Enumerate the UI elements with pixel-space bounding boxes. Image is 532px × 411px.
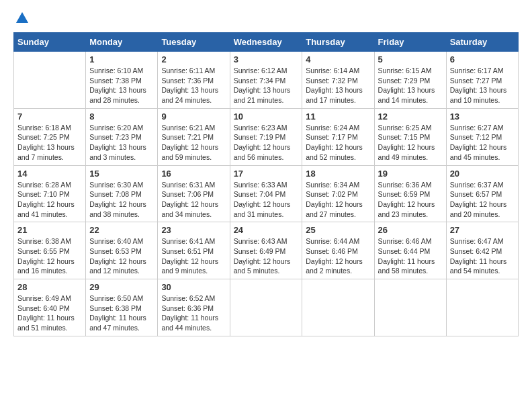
calendar-day-cell: 15Sunrise: 6:30 AM Sunset: 7:08 PM Dayli… bbox=[86, 165, 158, 222]
weekday-header: Thursday bbox=[302, 33, 374, 52]
day-info: Sunrise: 6:25 AM Sunset: 7:15 PM Dayligh… bbox=[378, 123, 443, 163]
day-number: 19 bbox=[378, 169, 443, 179]
day-info: Sunrise: 6:11 AM Sunset: 7:36 PM Dayligh… bbox=[161, 66, 226, 105]
day-info: Sunrise: 6:17 AM Sunset: 7:27 PM Dayligh… bbox=[450, 66, 515, 105]
calendar-day-cell: 10Sunrise: 6:23 AM Sunset: 7:19 PM Dayli… bbox=[230, 108, 302, 165]
calendar-day-cell: 19Sunrise: 6:36 AM Sunset: 6:59 PM Dayli… bbox=[374, 165, 446, 222]
day-number: 14 bbox=[17, 169, 82, 179]
calendar-day-cell: 25Sunrise: 6:44 AM Sunset: 6:46 PM Dayli… bbox=[302, 222, 374, 279]
day-info: Sunrise: 6:43 AM Sunset: 6:49 PM Dayligh… bbox=[234, 236, 299, 276]
day-number: 11 bbox=[306, 111, 370, 122]
calendar-day-cell: 13Sunrise: 6:27 AM Sunset: 7:12 PM Dayli… bbox=[446, 108, 518, 165]
calendar-day-cell: 6Sunrise: 6:17 AM Sunset: 7:27 PM Daylig… bbox=[446, 52, 518, 109]
calendar-week-row: 14Sunrise: 6:28 AM Sunset: 7:10 PM Dayli… bbox=[14, 165, 519, 222]
calendar-day-cell: 14Sunrise: 6:28 AM Sunset: 7:10 PM Dayli… bbox=[14, 165, 86, 222]
day-number: 20 bbox=[450, 169, 515, 179]
day-info: Sunrise: 6:44 AM Sunset: 6:46 PM Dayligh… bbox=[306, 236, 370, 276]
day-number: 16 bbox=[161, 169, 226, 179]
calendar-week-row: 28Sunrise: 6:49 AM Sunset: 6:40 PM Dayli… bbox=[14, 279, 519, 336]
day-info: Sunrise: 6:20 AM Sunset: 7:23 PM Dayligh… bbox=[89, 123, 154, 163]
calendar-day-cell: 29Sunrise: 6:50 AM Sunset: 6:38 PM Dayli… bbox=[86, 279, 158, 336]
logo-icon bbox=[15, 11, 30, 26]
day-number: 4 bbox=[306, 54, 370, 64]
day-info: Sunrise: 6:33 AM Sunset: 7:04 PM Dayligh… bbox=[234, 180, 299, 220]
page-header bbox=[13, 13, 519, 26]
day-number: 26 bbox=[378, 225, 443, 235]
day-info: Sunrise: 6:46 AM Sunset: 6:44 PM Dayligh… bbox=[378, 236, 443, 276]
day-number: 18 bbox=[306, 169, 370, 179]
calendar-table: SundayMondayTuesdayWednesdayThursdayFrid… bbox=[13, 32, 519, 336]
calendar-day-cell: 16Sunrise: 6:31 AM Sunset: 7:06 PM Dayli… bbox=[158, 165, 230, 222]
calendar-day-cell: 7Sunrise: 6:18 AM Sunset: 7:25 PM Daylig… bbox=[14, 108, 86, 165]
day-number: 2 bbox=[161, 54, 226, 64]
day-info: Sunrise: 6:24 AM Sunset: 7:17 PM Dayligh… bbox=[306, 123, 370, 163]
day-info: Sunrise: 6:21 AM Sunset: 7:21 PM Dayligh… bbox=[161, 123, 226, 163]
day-number: 15 bbox=[89, 169, 154, 179]
calendar-day-cell: 22Sunrise: 6:40 AM Sunset: 6:53 PM Dayli… bbox=[86, 222, 158, 279]
day-info: Sunrise: 6:38 AM Sunset: 6:55 PM Dayligh… bbox=[17, 236, 82, 276]
day-info: Sunrise: 6:18 AM Sunset: 7:25 PM Dayligh… bbox=[17, 123, 82, 163]
day-number: 5 bbox=[378, 54, 443, 64]
day-number: 3 bbox=[234, 54, 299, 64]
day-number: 23 bbox=[161, 225, 226, 235]
day-info: Sunrise: 6:14 AM Sunset: 7:32 PM Dayligh… bbox=[306, 66, 370, 105]
calendar-header-row: SundayMondayTuesdayWednesdayThursdayFrid… bbox=[14, 33, 519, 52]
day-info: Sunrise: 6:23 AM Sunset: 7:19 PM Dayligh… bbox=[234, 123, 299, 163]
calendar-day-cell bbox=[446, 279, 518, 336]
calendar-week-row: 21Sunrise: 6:38 AM Sunset: 6:55 PM Dayli… bbox=[14, 222, 519, 279]
svg-marker-0 bbox=[16, 12, 28, 23]
day-info: Sunrise: 6:28 AM Sunset: 7:10 PM Dayligh… bbox=[17, 180, 82, 220]
calendar-day-cell: 11Sunrise: 6:24 AM Sunset: 7:17 PM Dayli… bbox=[302, 108, 374, 165]
calendar-day-cell: 27Sunrise: 6:47 AM Sunset: 6:42 PM Dayli… bbox=[446, 222, 518, 279]
calendar-day-cell bbox=[302, 279, 374, 336]
day-info: Sunrise: 6:40 AM Sunset: 6:53 PM Dayligh… bbox=[89, 236, 154, 276]
day-info: Sunrise: 6:34 AM Sunset: 7:02 PM Dayligh… bbox=[306, 180, 370, 220]
day-info: Sunrise: 6:49 AM Sunset: 6:40 PM Dayligh… bbox=[17, 293, 82, 333]
day-number: 7 bbox=[17, 111, 82, 122]
day-number: 30 bbox=[161, 282, 226, 292]
day-number: 25 bbox=[306, 225, 370, 235]
day-number: 6 bbox=[450, 54, 515, 64]
calendar-day-cell: 21Sunrise: 6:38 AM Sunset: 6:55 PM Dayli… bbox=[14, 222, 86, 279]
day-info: Sunrise: 6:37 AM Sunset: 6:57 PM Dayligh… bbox=[450, 180, 515, 220]
calendar-day-cell bbox=[230, 279, 302, 336]
calendar-week-row: 7Sunrise: 6:18 AM Sunset: 7:25 PM Daylig… bbox=[14, 108, 519, 165]
calendar-day-cell: 24Sunrise: 6:43 AM Sunset: 6:49 PM Dayli… bbox=[230, 222, 302, 279]
calendar-day-cell: 26Sunrise: 6:46 AM Sunset: 6:44 PM Dayli… bbox=[374, 222, 446, 279]
calendar-day-cell: 12Sunrise: 6:25 AM Sunset: 7:15 PM Dayli… bbox=[374, 108, 446, 165]
day-info: Sunrise: 6:15 AM Sunset: 7:29 PM Dayligh… bbox=[378, 66, 443, 105]
day-number: 1 bbox=[89, 54, 154, 64]
day-info: Sunrise: 6:12 AM Sunset: 7:34 PM Dayligh… bbox=[234, 66, 299, 105]
day-info: Sunrise: 6:30 AM Sunset: 7:08 PM Dayligh… bbox=[89, 180, 154, 220]
day-number: 10 bbox=[234, 111, 299, 122]
weekday-header: Tuesday bbox=[158, 33, 230, 52]
day-number: 29 bbox=[89, 282, 154, 292]
day-number: 21 bbox=[17, 225, 82, 235]
calendar-day-cell: 3Sunrise: 6:12 AM Sunset: 7:34 PM Daylig… bbox=[230, 52, 302, 109]
calendar-day-cell: 20Sunrise: 6:37 AM Sunset: 6:57 PM Dayli… bbox=[446, 165, 518, 222]
weekday-header: Saturday bbox=[446, 33, 518, 52]
weekday-header: Monday bbox=[86, 33, 158, 52]
calendar-day-cell: 1Sunrise: 6:10 AM Sunset: 7:38 PM Daylig… bbox=[86, 52, 158, 109]
calendar-day-cell: 5Sunrise: 6:15 AM Sunset: 7:29 PM Daylig… bbox=[374, 52, 446, 109]
day-info: Sunrise: 6:41 AM Sunset: 6:51 PM Dayligh… bbox=[161, 236, 226, 276]
calendar-day-cell: 8Sunrise: 6:20 AM Sunset: 7:23 PM Daylig… bbox=[86, 108, 158, 165]
day-info: Sunrise: 6:10 AM Sunset: 7:38 PM Dayligh… bbox=[89, 66, 154, 105]
calendar-day-cell: 4Sunrise: 6:14 AM Sunset: 7:32 PM Daylig… bbox=[302, 52, 374, 109]
day-info: Sunrise: 6:47 AM Sunset: 6:42 PM Dayligh… bbox=[450, 236, 515, 276]
calendar-day-cell: 17Sunrise: 6:33 AM Sunset: 7:04 PM Dayli… bbox=[230, 165, 302, 222]
calendar-day-cell: 2Sunrise: 6:11 AM Sunset: 7:36 PM Daylig… bbox=[158, 52, 230, 109]
calendar-day-cell bbox=[14, 52, 86, 109]
day-number: 28 bbox=[17, 282, 82, 292]
weekday-header: Wednesday bbox=[230, 33, 302, 52]
calendar-day-cell: 18Sunrise: 6:34 AM Sunset: 7:02 PM Dayli… bbox=[302, 165, 374, 222]
day-number: 17 bbox=[234, 169, 299, 179]
calendar-day-cell: 9Sunrise: 6:21 AM Sunset: 7:21 PM Daylig… bbox=[158, 108, 230, 165]
day-number: 24 bbox=[234, 225, 299, 235]
day-info: Sunrise: 6:27 AM Sunset: 7:12 PM Dayligh… bbox=[450, 123, 515, 163]
logo bbox=[13, 13, 30, 26]
day-info: Sunrise: 6:31 AM Sunset: 7:06 PM Dayligh… bbox=[161, 180, 226, 220]
day-info: Sunrise: 6:52 AM Sunset: 6:36 PM Dayligh… bbox=[161, 293, 226, 333]
weekday-header: Friday bbox=[374, 33, 446, 52]
day-info: Sunrise: 6:50 AM Sunset: 6:38 PM Dayligh… bbox=[89, 293, 154, 333]
